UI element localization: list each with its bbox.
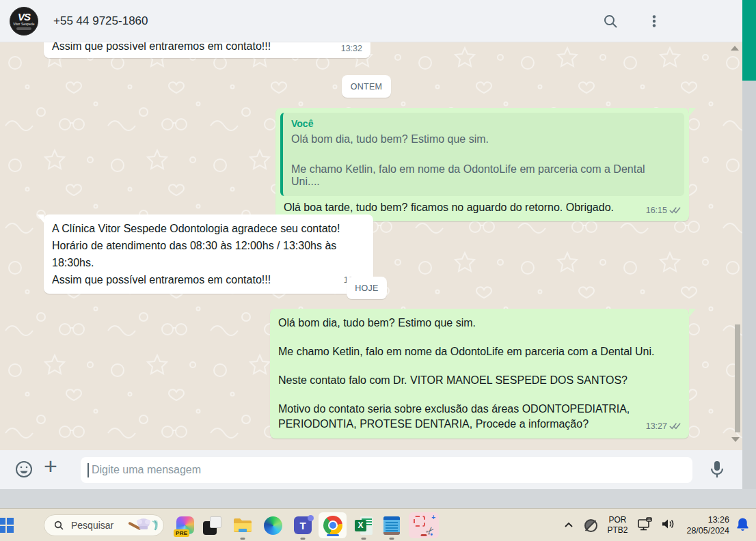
bubble-tail	[37, 214, 44, 223]
message-text: Assim que possível entraremos em contato…	[52, 42, 271, 52]
search-highlight-image	[125, 516, 161, 534]
desktop-screen: { "header": { "phone": "+55 44 9725-1860…	[0, 0, 756, 541]
taskbar-snipping-tool-button[interactable]: ✂ + •	[409, 512, 439, 538]
snipping-tool-icon: ✂ + •	[414, 515, 434, 536]
message-paragraph: Neste contato falo com Dr. VITOR MANOEL …	[278, 373, 681, 388]
notification-bell-icon[interactable]	[736, 517, 749, 534]
search-icon[interactable]	[602, 12, 619, 30]
contact-phone-title[interactable]: +55 44 9725-1860	[53, 14, 148, 28]
teams-icon: T	[294, 516, 312, 534]
message-time: 13:32	[341, 44, 362, 53]
squares-app-icon	[203, 516, 221, 535]
running-indicator	[390, 538, 394, 540]
excel-icon: X	[355, 516, 373, 535]
attach-plus-icon[interactable]: +	[44, 453, 57, 480]
date-separator-label: ONTEM	[351, 82, 383, 92]
notepad-icon	[383, 516, 400, 535]
message-input[interactable]	[81, 457, 692, 483]
text-caret	[87, 463, 89, 477]
chrome-icon	[323, 516, 342, 535]
file-explorer-icon	[233, 517, 252, 533]
bubble-tail	[689, 108, 696, 116]
background-window-edge	[742, 0, 756, 81]
quote-line: Me chamo Ketlin, falo em nome da OdontoL…	[291, 163, 676, 188]
taskbar-clock[interactable]: 13:26 28/05/2024	[686, 514, 729, 536]
incoming-message[interactable]: A Clínica Vitor Sespede Odontologia agra…	[44, 214, 373, 294]
running-indicator	[241, 538, 245, 540]
scroll-up-arrow[interactable]	[731, 46, 739, 51]
message-time: 13:27	[646, 421, 667, 431]
date-separator-label: HOJE	[355, 283, 379, 293]
running-indicator	[362, 538, 366, 540]
taskbar-search-placeholder: Pesquisar	[71, 520, 125, 531]
taskbar-search-icon	[53, 520, 64, 531]
delivered-double-check-icon	[669, 419, 681, 434]
avatar-decoration	[16, 27, 31, 30]
message-line: Assim que possível entraremos em contato…	[52, 271, 365, 288]
desktop-gap	[0, 489, 756, 508]
message-time-and-status: 13:27	[646, 419, 681, 434]
windows-logo-icon	[0, 518, 14, 533]
message-line: A Clínica Vitor Sespede Odontologia agra…	[52, 220, 365, 237]
tray-chevron-icon[interactable]	[564, 519, 573, 531]
chat-header: VS Vitor Sespede +55 44 9725-1860	[0, 0, 742, 42]
taskbar-edge-button[interactable]	[261, 509, 284, 541]
microphone-icon[interactable]	[708, 460, 726, 482]
date-separator-today: HOJE	[347, 277, 387, 299]
taskbar-chrome-button[interactable]	[319, 512, 347, 538]
chat-scrollbar-thumb[interactable]	[735, 324, 740, 432]
windows-start-button[interactable]	[0, 509, 15, 541]
tray-date: 28/05/2024	[686, 525, 729, 536]
whatsapp-window: VS Vitor Sespede +55 44 9725-1860	[0, 0, 742, 489]
quote-line: Olá bom dia, tudo bem? Estimo que sim.	[291, 133, 676, 145]
keyboard-layout-code: PTB2	[607, 525, 627, 536]
copilot-icon: PRE	[176, 516, 194, 534]
outgoing-message[interactable]: Olá bom dia, tudo bem? Estimo que sim. M…	[270, 309, 689, 439]
edge-icon	[264, 516, 282, 535]
date-separator-yesterday: ONTEM	[342, 75, 391, 98]
message-line: Horário de atendimento das 08:30 às 12:0…	[52, 237, 365, 271]
quoted-message[interactable]: Você Olá bom dia, tudo bem? Estimo que s…	[280, 113, 684, 196]
language-code: POR	[607, 515, 627, 525]
emoji-icon[interactable]	[14, 460, 33, 482]
active-running-indicator	[421, 534, 427, 536]
system-tray: POR PTB2 13:26 28/05/2024	[564, 509, 756, 541]
network-icon[interactable]	[637, 516, 653, 534]
taskbar-notepad-button[interactable]	[380, 509, 403, 541]
windows-taskbar: Pesquisar PRE	[0, 508, 756, 541]
message-time: 16:15	[646, 206, 667, 215]
taskbar-app-button[interactable]	[200, 509, 224, 541]
message-paragraph: Motivo do contato seria sobre exclusão d…	[278, 402, 681, 432]
quote-author: Você	[291, 118, 676, 129]
taskbar-search-box[interactable]: Pesquisar	[44, 514, 164, 536]
chat-message-area: Assim que possível entraremos em contato…	[0, 42, 742, 450]
window-scroll-gutter	[742, 81, 756, 489]
taskbar-file-explorer-button[interactable]	[231, 509, 254, 541]
bubble-tail	[689, 309, 696, 317]
message-time-and-status: 16:15	[646, 206, 681, 216]
scroll-down-arrow[interactable]	[731, 437, 740, 442]
message-text: Olá boa tarde, tudo bem? ficamos no agua…	[284, 202, 614, 213]
taskbar-teams-button[interactable]: T	[291, 509, 314, 541]
avatar-name-text: Vitor Sespede	[13, 22, 34, 26]
incoming-message[interactable]: Assim que possível entraremos em contato…	[44, 42, 370, 58]
taskbar-copilot-button[interactable]: PRE	[174, 509, 197, 541]
message-paragraph: Olá bom dia, tudo bem? Estimo que sim.	[278, 316, 681, 331]
language-indicator[interactable]: POR PTB2	[607, 515, 627, 536]
active-running-indicator	[327, 534, 339, 536]
copilot-pre-badge: PRE	[174, 529, 189, 537]
outgoing-message-with-quote[interactable]: Você Olá bom dia, tudo bem? Estimo que s…	[275, 108, 689, 221]
menu-kebab-icon[interactable]	[645, 12, 663, 30]
microphone-muted-icon[interactable]	[584, 519, 597, 532]
message-composer: +	[0, 450, 742, 489]
avatar-logo-text: VS	[18, 12, 30, 22]
volume-icon[interactable]	[660, 518, 675, 533]
delivered-double-check-icon	[669, 206, 681, 216]
taskbar-excel-button[interactable]: X	[352, 509, 375, 541]
tray-time: 13:26	[686, 514, 729, 525]
running-indicator	[301, 538, 306, 540]
contact-avatar[interactable]: VS Vitor Sespede	[10, 7, 38, 36]
message-paragraph: Me chamo Ketlin, falo em nome da OdontoL…	[278, 344, 681, 359]
